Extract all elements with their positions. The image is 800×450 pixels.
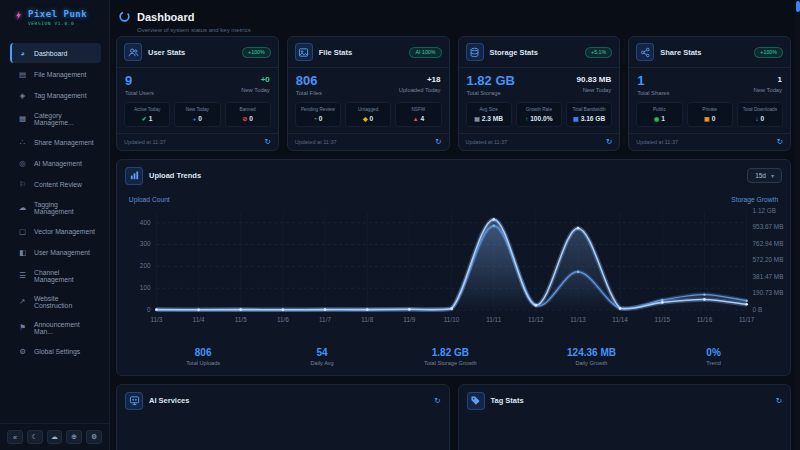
trends-summary: 806 Total Uploads 54 Daily Avg 1.82 GB T… [117, 344, 790, 375]
svg-text:0: 0 [147, 306, 151, 313]
sidebar-item-user-management[interactable]: ◧ User Management [10, 242, 101, 262]
sidebar-item-icon: ⚑ [18, 323, 27, 332]
sidebar-item-dashboard[interactable]: ◕ Dashboard [10, 43, 101, 63]
sidebar-item-label: Category Manageme... [34, 112, 95, 126]
sidebar-item-label: Announcement Man... [34, 321, 95, 335]
sidebar-item-share-management[interactable]: ∴ Share Management [10, 132, 101, 152]
stat-card-icon [636, 43, 654, 61]
sidebar-item-tagging-management[interactable]: ☁ Tagging Management [10, 195, 101, 220]
mini-stat-icon: ▦ [573, 116, 579, 122]
sidebar-item-ai-management[interactable]: ◎ AI Management [10, 153, 101, 173]
svg-text:11/15: 11/15 [655, 316, 671, 323]
sidebar-item-announcement-management[interactable]: ⚑ Announcement Man... [10, 315, 101, 340]
footer-icon: ☁ [51, 433, 58, 441]
stat-side-label: New Today [577, 87, 612, 93]
sidebar-item-tag-management[interactable]: ◈ Tag Management [10, 85, 101, 105]
svg-text:190.73 MB: 190.73 MB [753, 289, 784, 296]
sidebar-item-vector-management[interactable]: ▢ Vector Management [10, 221, 101, 241]
mini-stat: Private ▣0 [687, 102, 733, 127]
mini-stat-icon: ✔ [142, 116, 147, 122]
scrollbar[interactable] [795, 0, 800, 450]
svg-text:572.20 MB: 572.20 MB [753, 256, 784, 263]
stat-side-value: 90.83 MB [577, 74, 612, 85]
sidebar-item-icon: ▢ [18, 227, 27, 236]
sidebar-item-icon: ↗ [18, 297, 27, 306]
stat-main-value: 806 [296, 74, 322, 88]
svg-text:200: 200 [140, 262, 151, 269]
sidebar-item-file-management[interactable]: ▤ File Management [10, 64, 101, 84]
stat-side-value: +0 [241, 74, 270, 85]
range-select[interactable]: 15d ▾ [747, 168, 782, 183]
range-value: 15d [755, 172, 766, 179]
trends-chart-area: 01002003004000 B190.73 MB381.47 MB572.20… [117, 192, 790, 344]
app-name: Pixel Punk [28, 9, 87, 19]
stat-card-title: Share Stats [660, 48, 701, 57]
mini-stat-icon: ◆ [363, 116, 368, 122]
sidebar-item-channel-management[interactable]: ☰ Channel Management [10, 263, 101, 288]
main-content: Dashboard Overview of system status and … [110, 0, 800, 450]
footer-icon-button-cloud[interactable]: ☁ [47, 430, 63, 444]
mini-stat: New Today +0 [174, 102, 220, 127]
stat-side-value: +18 [399, 74, 441, 85]
refresh-icon[interactable]: ↻ [434, 397, 440, 405]
refresh-icon[interactable]: ↻ [606, 138, 612, 146]
mini-stat: Total Bandwidth ▦3.16 GB [566, 102, 612, 127]
sidebar-item-category-management[interactable]: ▦ Category Manageme... [10, 106, 101, 131]
stat-card-icon [295, 43, 313, 61]
mini-stat-icon: ▲ [413, 116, 419, 122]
mini-stat-icon: ⊘ [242, 116, 247, 122]
svg-text:11/13: 11/13 [570, 316, 586, 323]
footer-icon: ☾ [32, 433, 38, 441]
bar-chart-icon [125, 167, 143, 185]
stat-main-value: 1 [637, 74, 669, 88]
footer-icon-button-language-globe[interactable]: ⊕ [66, 430, 82, 444]
sidebar-item-icon: ⚐ [18, 180, 27, 189]
stat-main-label: Total Storage [467, 90, 515, 96]
stat-card: Share Stats +100% 1 Total Shares 1 New T… [628, 36, 791, 151]
sidebar-item-label: Website Construction [34, 295, 95, 309]
mini-stat-icon: ◉ [654, 116, 659, 122]
page-subtitle: Overview of system status and key metric… [137, 27, 791, 33]
summary-item: 1.82 GB Total Storage Growth [424, 347, 477, 366]
stat-main-value: 9 [125, 74, 154, 88]
page-title: Dashboard [137, 11, 194, 23]
updated-at: Updated at 11:37 [124, 139, 166, 145]
refresh-icon[interactable]: ↻ [776, 397, 782, 405]
footer-icon: ⚙ [91, 433, 97, 441]
panel-title: Tag Stats [491, 396, 524, 405]
sidebar-item-icon: ◎ [18, 159, 27, 168]
stat-card-title: User Stats [148, 48, 185, 57]
sidebar-item-label: Dashboard [34, 50, 67, 57]
stat-badge: AI 100% [409, 47, 441, 58]
svg-text:Storage Growth: Storage Growth [731, 196, 778, 204]
sidebar-item-icon: ▤ [18, 70, 27, 79]
mini-stat-icon: ↑ [525, 116, 528, 122]
footer-icon-button-theme-moon[interactable]: ☾ [27, 430, 43, 444]
refresh-icon[interactable]: ↻ [435, 138, 441, 146]
svg-text:11/14: 11/14 [612, 316, 628, 323]
sidebar-item-icon: ⚙ [18, 347, 27, 356]
stat-main-label: Total Files [296, 90, 322, 96]
sidebar-item-website-construction[interactable]: ↗ Website Construction [10, 289, 101, 314]
refresh-icon[interactable]: ↻ [777, 138, 783, 146]
sidebar-item-label: Channel Management [34, 269, 95, 283]
mini-stat: Banned ⊘0 [225, 102, 271, 127]
mini-stat: Untagged ◆0 [345, 102, 391, 127]
sidebar-item-icon: ▦ [18, 114, 27, 123]
footer-icon-button-collapse[interactable]: « [7, 430, 23, 444]
refresh-icon[interactable]: ↻ [264, 138, 270, 146]
summary-item: 806 Total Uploads [186, 347, 220, 366]
stat-main-label: Total Shares [637, 90, 669, 96]
sidebar-item-content-review[interactable]: ⚐ Content Review [10, 174, 101, 194]
svg-text:0 B: 0 B [753, 306, 763, 313]
updated-at: Updated at 11:37 [636, 139, 678, 145]
scrollbar-thumb[interactable] [796, 1, 800, 12]
stat-side-label: New Today [241, 87, 270, 93]
footer-icon-button-settings-gear[interactable]: ⚙ [86, 430, 102, 444]
sidebar-item-label: Tag Management [34, 92, 87, 99]
sidebar-item-label: Share Management [34, 139, 94, 146]
sidebar-item-global-settings[interactable]: ⚙ Global Settings [10, 341, 101, 361]
bottom-panels: AI Services ↻ Tag Stats ↻ [116, 384, 791, 450]
mini-stat-icon: ↓ [756, 116, 759, 122]
bottom-panel: AI Services ↻ [116, 384, 450, 450]
